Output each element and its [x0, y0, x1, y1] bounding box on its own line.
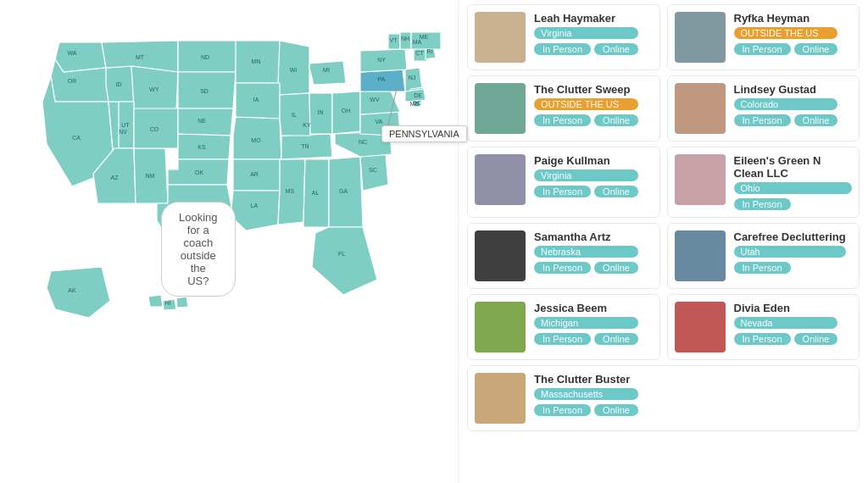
coach-location-4-1: Nevada	[734, 317, 838, 329]
label-la: LA	[251, 203, 259, 208]
label-in: IN	[318, 109, 324, 115]
coach-card-0-0[interactable]: Leah HaymakerVirginiaIn PersonOnline	[467, 4, 660, 70]
label-hi: HI	[165, 300, 171, 306]
coach-name-0-0: Leah Haymaker	[534, 12, 638, 25]
label-nv: NV	[119, 129, 127, 135]
tag-in-person[interactable]: In Person	[534, 262, 591, 274]
coach-photo-1-0	[475, 83, 526, 134]
coach-tags-0-1: In PersonOnline	[734, 43, 838, 55]
tag-online[interactable]: Online	[594, 262, 638, 274]
coaches-grid: Leah HaymakerVirginiaIn PersonOnlineRyfk…	[467, 4, 860, 431]
label-ri: RI	[427, 48, 433, 54]
label-ok: OK	[195, 169, 203, 175]
coach-card-2-0[interactable]: Paige KullmanVirginiaIn PersonOnline	[467, 147, 660, 218]
tag-online[interactable]: Online	[594, 43, 638, 55]
coach-card-3-0[interactable]: Samantha ArtzNebraskaIn PersonOnline	[467, 223, 660, 289]
tag-in-person[interactable]: In Person	[534, 114, 591, 126]
label-wa: WA	[67, 50, 76, 56]
state-hi[interactable]	[148, 295, 163, 307]
label-ky: KY	[303, 122, 311, 128]
coach-card-4-1[interactable]: Divia EdenNevadaIn PersonOnline	[667, 294, 860, 360]
tag-in-person[interactable]: In Person	[734, 333, 791, 345]
label-oh: OH	[342, 108, 351, 114]
label-sc: SC	[369, 167, 377, 173]
label-wi: WI	[290, 67, 298, 73]
coach-name-5-0: The Clutter Buster	[534, 373, 638, 386]
coach-card-1-0[interactable]: The Clutter SweepOUTSIDE THE USIn Person…	[467, 75, 660, 142]
coach-card-1-1[interactable]: Lindsey GustadColoradoIn PersonOnline	[667, 75, 860, 142]
label-ms: MS	[286, 188, 295, 194]
coach-info-2-1: Eileen's Green N Clean LLCOhioIn Person	[734, 154, 853, 210]
label-mt: MT	[136, 54, 145, 60]
label-id: ID	[116, 81, 122, 87]
coach-name-3-1: Carefree Decluttering	[734, 230, 846, 243]
coach-location-1-1: Colorado	[734, 98, 838, 110]
coach-name-1-1: Lindsey Gustad	[734, 83, 838, 96]
coach-card-2-1[interactable]: Eileen's Green N Clean LLCOhioIn Person	[667, 147, 860, 218]
label-ny: NY	[377, 57, 386, 63]
label-tn: TN	[301, 143, 309, 149]
coach-card-3-1[interactable]: Carefree DeclutteringUtahIn Person	[667, 223, 860, 289]
coach-tags-1-0: In PersonOnline	[534, 114, 638, 126]
coach-info-5-0: The Clutter BusterMassachusettsIn Person…	[534, 373, 638, 416]
tag-online[interactable]: Online	[594, 114, 638, 126]
tag-online[interactable]: Online	[594, 404, 638, 416]
coach-location-2-1: Ohio	[734, 182, 853, 194]
us-map-container: WA OR CA NV ID MT WY UT AZ NM CO ND SD N…	[8, 8, 449, 364]
coach-name-2-1: Eileen's Green N Clean LLC	[734, 154, 853, 180]
coach-tags-2-1: In Person	[734, 198, 853, 210]
tag-in-person[interactable]: In Person	[534, 186, 591, 197]
tag-online[interactable]: Online	[794, 114, 838, 126]
outside-us-btn[interactable]: Looking for a coach outside the US?	[161, 202, 236, 297]
label-ak: AK	[68, 287, 76, 293]
state-hi3[interactable]	[176, 297, 188, 308]
label-nd: ND	[201, 54, 209, 60]
label-dc: DC	[413, 100, 421, 106]
us-map-svg[interactable]: WA OR CA NV ID MT WY UT AZ NM CO ND SD N…	[8, 8, 449, 364]
label-ar: AR	[250, 171, 259, 177]
label-nj: NJ	[409, 75, 416, 80]
coach-card-0-1[interactable]: Ryfka HeymanOUTSIDE THE USIn PersonOnlin…	[667, 4, 860, 70]
label-il: IL	[292, 112, 297, 118]
coach-info-1-1: Lindsey GustadColoradoIn PersonOnline	[734, 83, 838, 126]
label-va: VA	[376, 119, 383, 125]
coach-location-2-0: Virginia	[534, 169, 638, 181]
tag-online[interactable]: Online	[594, 186, 638, 197]
coach-tags-1-1: In PersonOnline	[734, 114, 838, 126]
tag-online[interactable]: Online	[794, 333, 838, 345]
tag-in-person[interactable]: In Person	[534, 404, 591, 416]
coach-tags-4-1: In PersonOnline	[734, 333, 838, 345]
coach-photo-1-1	[675, 83, 726, 134]
tag-online[interactable]: Online	[594, 333, 638, 345]
coach-name-0-1: Ryfka Heyman	[734, 12, 838, 25]
coach-card-5-0[interactable]: The Clutter BusterMassachusettsIn Person…	[467, 365, 860, 431]
coach-location-3-1: Utah	[734, 246, 846, 258]
tag-in-person[interactable]: In Person	[734, 262, 791, 274]
coaches-row-4: Jessica BeemMichiganIn PersonOnlineDivia…	[467, 294, 860, 360]
coaches-row-2: Paige KullmanVirginiaIn PersonOnlineEile…	[467, 147, 860, 218]
tag-in-person[interactable]: In Person	[734, 43, 791, 55]
coach-photo-0-0	[475, 12, 526, 63]
label-ut: UT	[121, 122, 130, 128]
coach-tags-0-0: In PersonOnline	[534, 43, 638, 55]
coaches-row-1: The Clutter SweepOUTSIDE THE USIn Person…	[467, 75, 860, 142]
coach-info-3-1: Carefree DeclutteringUtahIn Person	[734, 230, 846, 274]
pa-tooltip: PENNSYLVANIA	[381, 125, 467, 142]
state-mi[interactable]	[309, 61, 346, 85]
label-mn: MN	[252, 58, 261, 64]
state-wa[interactable]	[55, 42, 106, 72]
tag-in-person[interactable]: In Person	[734, 114, 791, 126]
label-or: OR	[68, 78, 77, 84]
label-az: AZ	[111, 175, 120, 180]
tag-in-person[interactable]: In Person	[734, 198, 791, 210]
coach-card-4-0[interactable]: Jessica BeemMichiganIn PersonOnline	[467, 294, 660, 360]
tag-online[interactable]: Online	[794, 43, 838, 55]
coach-name-1-0: The Clutter Sweep	[534, 83, 638, 96]
label-sd: SD	[200, 88, 209, 94]
tag-in-person[interactable]: In Person	[534, 333, 591, 345]
tag-in-person[interactable]: In Person	[534, 43, 591, 55]
label-ma: MA	[413, 39, 422, 45]
coach-tags-2-0: In PersonOnline	[534, 186, 638, 197]
label-de: DE	[414, 92, 422, 98]
label-vt: VT	[390, 37, 398, 43]
